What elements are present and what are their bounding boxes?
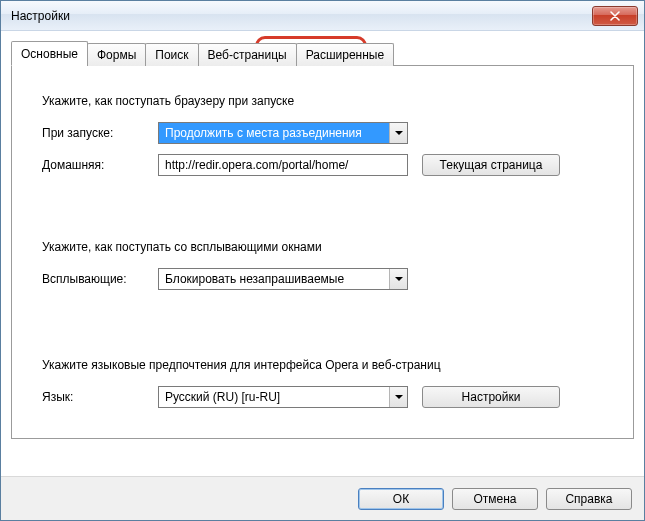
- tab-webpages[interactable]: Веб-страницы: [198, 43, 297, 66]
- row-homepage: Домашняя: Текущая страница: [42, 154, 603, 176]
- tabstrip: Основные Формы Поиск Веб-страницы Расшир…: [11, 41, 634, 65]
- close-button[interactable]: [592, 6, 638, 26]
- label-on-start: При запуске:: [42, 126, 158, 140]
- settings-window: Настройки Основные Формы Поиск Веб-стран…: [0, 0, 645, 521]
- row-language: Язык: Русский (RU) [ru-RU] Настройки: [42, 386, 603, 408]
- cancel-button[interactable]: Отмена: [452, 488, 538, 510]
- dialog-footer: ОК Отмена Справка: [1, 476, 644, 520]
- tab-forms[interactable]: Формы: [87, 43, 146, 66]
- combo-language-value: Русский (RU) [ru-RU]: [159, 387, 389, 407]
- row-on-start: При запуске: Продолжить с места разъедин…: [42, 122, 603, 144]
- spacer: [42, 186, 603, 240]
- combo-popups-value: Блокировать незапрашиваемые: [159, 269, 389, 289]
- combo-on-start[interactable]: Продолжить с места разъединения: [158, 122, 408, 144]
- tab-advanced[interactable]: Расширенные: [296, 43, 395, 66]
- combo-popups[interactable]: Блокировать незапрашиваемые: [158, 268, 408, 290]
- chevron-down-icon: [389, 123, 407, 143]
- tab-container: Основные Формы Поиск Веб-страницы Расшир…: [11, 41, 634, 439]
- tab-general[interactable]: Основные: [11, 41, 88, 66]
- titlebar: Настройки: [1, 1, 644, 31]
- client-area: Основные Формы Поиск Веб-страницы Расшир…: [1, 31, 644, 476]
- language-heading: Укажите языковые предпочтения для интерф…: [42, 358, 603, 372]
- popups-heading: Укажите, как поступать со всплывающими о…: [42, 240, 603, 254]
- label-language: Язык:: [42, 390, 158, 404]
- language-settings-button[interactable]: Настройки: [422, 386, 560, 408]
- close-icon: [610, 11, 620, 21]
- label-popups: Всплывающие:: [42, 272, 158, 286]
- input-homepage[interactable]: [158, 154, 408, 176]
- window-title: Настройки: [11, 9, 70, 23]
- combo-language[interactable]: Русский (RU) [ru-RU]: [158, 386, 408, 408]
- startup-heading: Укажите, как поступать браузеру при запу…: [42, 94, 603, 108]
- row-popups: Всплывающие: Блокировать незапрашиваемые: [42, 268, 603, 290]
- ok-button[interactable]: ОК: [358, 488, 444, 510]
- current-page-button[interactable]: Текущая страница: [422, 154, 560, 176]
- combo-on-start-value: Продолжить с места разъединения: [159, 123, 389, 143]
- tabpanel-general: Укажите, как поступать браузеру при запу…: [11, 65, 634, 439]
- spacer: [42, 300, 603, 358]
- chevron-down-icon: [389, 387, 407, 407]
- chevron-down-icon: [389, 269, 407, 289]
- help-button[interactable]: Справка: [546, 488, 632, 510]
- tab-search[interactable]: Поиск: [145, 43, 198, 66]
- label-homepage: Домашняя:: [42, 158, 158, 172]
